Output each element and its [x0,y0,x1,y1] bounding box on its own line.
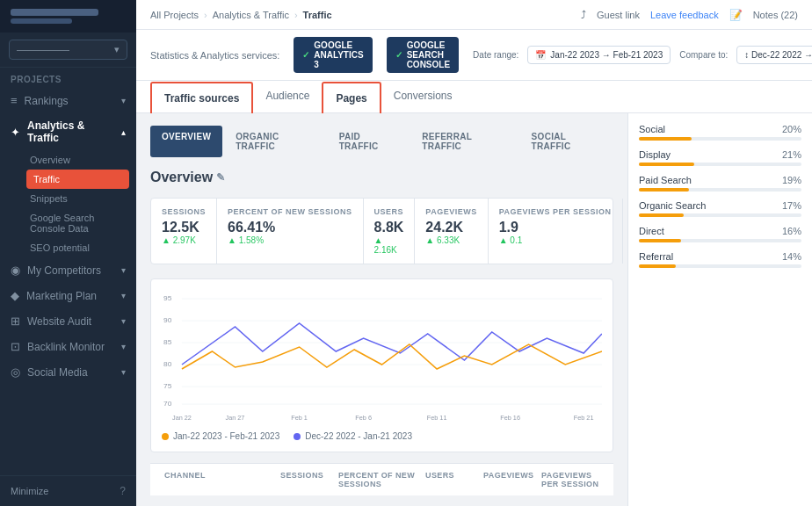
breadcrumb-current: Traffic [303,10,332,20]
tab-audience[interactable]: Audience [253,81,322,112]
right-item-name: Paid Search [639,175,692,185]
stat-label: USERS [374,207,404,216]
date-range-section: Date range: 📅 Jan-22 2023 → Feb-21 2023 … [473,45,812,66]
right-item-name: Referral [639,251,673,262]
th-pvs-session: PAGEVIEWS PER SESSION [541,471,599,488]
svg-text:Jan 22: Jan 22 [172,415,192,422]
sub-tab-social[interactable]: SOCIAL TRAFFIC [520,126,613,157]
sidebar-item-rankings[interactable]: ≡ Rankings ▾ [0,88,136,113]
th-users: USERS [425,471,483,488]
stat-pageviews: PAGEVIEWS 24.2K ▲ 6.33K [415,199,488,264]
sidebar-item-label: Rankings [25,95,69,107]
sidebar-item-social[interactable]: ◎ Social Media ▾ [0,359,136,385]
right-bar-fill [639,188,689,192]
right-item-pct: 16% [782,226,801,236]
guest-link-button[interactable]: Guest link [597,10,640,20]
google-analytics-badge[interactable]: ✓ GOOGLE ANALYTICS 3 [294,37,372,73]
sidebar-item-label: Marketing Plan [26,290,97,302]
svg-text:95: 95 [163,294,172,302]
sub-tab-paid[interactable]: PAID TRAFFIC [328,126,410,157]
right-item-label: Organic Search 17% [639,200,801,211]
leave-feedback-button[interactable]: Leave feedback [650,10,719,20]
sidebar-item-audit[interactable]: ⊞ Website Audit ▾ [0,308,136,334]
date-range-label: Date range: [473,50,518,60]
right-item-label: Referral 14% [639,251,801,262]
sidebar-item-snippets[interactable]: Snippets [19,189,136,208]
compare-label: Compare to: [679,50,728,60]
sub-tab-label: ORGANIC TRAFFIC [236,132,279,151]
sub-tab-overview[interactable]: OVERVIEW [150,126,222,157]
sidebar-item-label: Google Search Console Data [30,213,126,234]
tab-label: Traffic sources [164,92,239,105]
sidebar-item-label: Social Media [27,366,88,379]
sidebar-item-marketing[interactable]: ◆ Marketing Plan ▾ [0,283,136,308]
right-panel-item-social: Social 20% [639,124,801,141]
stat-new-sessions: PERCENT OF NEW SESSIONS 66.41% ▲ 1.58% [217,199,364,264]
stat-delta: ▲ 0.1 [499,235,612,245]
breadcrumb-mid[interactable]: Analytics & Traffic [213,10,289,20]
svg-text:90: 90 [163,316,172,324]
tab-traffic-sources[interactable]: Traffic sources [150,82,253,113]
sidebar-item-label: My Competitors [27,264,101,277]
tab-conversions[interactable]: Conversions [381,81,465,112]
right-bar-bg [639,213,801,217]
project-selector[interactable]: ―――――― ▾ [0,33,136,68]
logo-bar2 [11,18,72,24]
project-select-dropdown[interactable]: ―――――― ▾ [9,40,127,60]
sub-tabs: OVERVIEW ORGANIC TRAFFIC PAID TRAFFIC RE… [150,126,613,157]
projects-label: PROJECTS [0,68,136,88]
minimize-button[interactable]: Minimize [11,486,48,496]
sidebar-item-gsc[interactable]: Google Search Console Data [19,208,136,238]
th-pct-new: PERCENT OF NEW SESSIONS [338,471,425,488]
logo-bar [11,9,98,16]
stat-sessions: SESSIONS 12.5K ▲ 2.97K [151,199,217,264]
compare-range-button[interactable]: ↕ Dec-22 2022 → Jan-21 2023 [736,46,812,64]
chevron-down-icon: ▾ [121,342,126,351]
breadcrumb-root[interactable]: All Projects [150,10,199,20]
sidebar-item-seo[interactable]: SEO potential [19,238,136,257]
social-icon: ◎ [11,365,20,379]
right-item-pct: 21% [782,149,801,160]
analytics-icon: ✦ [11,126,20,139]
breadcrumb-separator: › [204,10,207,20]
sidebar-item-traffic[interactable]: Traffic [26,170,129,189]
sidebar-item-backlink[interactable]: ⊡ Backlink Monitor ▾ [0,334,136,359]
services-label: Statistics & Analytics services: [150,50,279,61]
sidebar-item-analytics[interactable]: ✦ Analytics & Traffic ▴ [0,113,136,150]
google-search-console-badge[interactable]: ✓ GOOGLE SEARCH CONSOLE [387,37,459,73]
rankings-icon: ≡ [11,94,18,107]
svg-text:Feb 11: Feb 11 [427,415,447,422]
notes-button[interactable]: Notes (22) [753,10,798,20]
tab-pages[interactable]: Pages [322,82,381,113]
sidebar-bottom: Minimize ? [0,475,136,506]
sub-tab-referral[interactable]: REFERRAL TRAFFIC [410,126,518,157]
stat-users: USERS 8.8K ▲ 2.16K [364,199,416,264]
chart-container: 95 90 85 80 75 70 [150,278,613,452]
help-icon[interactable]: ? [120,485,126,497]
sidebar-item-overview[interactable]: Overview [19,150,136,170]
sub-tab-label: PAID TRAFFIC [339,132,379,151]
right-panel-item-referral: Referral 14% [639,251,801,268]
main-tabs: Traffic sources Audience Pages Conversio… [136,81,812,113]
right-bar-fill [639,264,676,268]
project-select-value: ―――――― [17,45,69,54]
th-channel: CHANNEL [164,471,280,488]
sub-tab-label: REFERRAL TRAFFIC [422,132,472,151]
stat-delta: ▲ 2.16K [374,235,404,255]
svg-text:75: 75 [163,382,172,390]
sidebar-logo [0,0,136,33]
chart-legend: Jan-22 2023 - Feb-21 2023 Dec-22 2022 - … [162,431,602,441]
right-panel-item-organic: Organic Search 17% [639,200,801,217]
chevron-down-icon: ▾ [121,265,126,275]
chevron-down-icon: ▾ [121,316,126,326]
sub-tab-organic[interactable]: ORGANIC TRAFFIC [224,126,326,157]
content-area: OVERVIEW ORGANIC TRAFFIC PAID TRAFFIC RE… [136,113,812,506]
date-range-button[interactable]: 📅 Jan-22 2023 → Feb-21 2023 [527,46,671,64]
stat-label: SESSIONS [162,207,206,216]
service1-label: GOOGLE ANALYTICS 3 [314,40,363,69]
sidebar-item-label: Website Audit [27,315,91,328]
sidebar-item-label: Backlink Monitor [27,341,105,353]
legend-current-label: Jan-22 2023 - Feb-21 2023 [173,431,279,441]
right-item-pct: 17% [782,200,801,211]
sidebar-item-competitors[interactable]: ◉ My Competitors ▾ [0,257,136,283]
